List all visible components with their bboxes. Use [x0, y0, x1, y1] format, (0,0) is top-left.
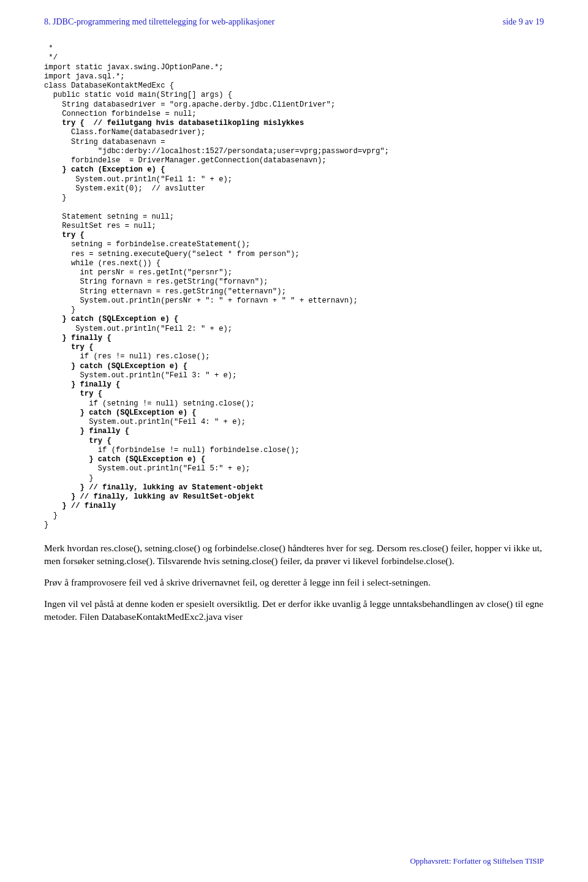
paragraph-1: Merk hvordan res.close(), setning.close(…	[44, 542, 544, 568]
code-block: * */ import static javax.swing.JOptionPa…	[44, 44, 544, 530]
paragraph-2: Prøv å framprovosere feil ved å skrive d…	[44, 576, 544, 589]
header-left: 8. JDBC-programmering med tilretteleggin…	[44, 17, 274, 27]
header-right: side 9 av 19	[503, 17, 544, 27]
paragraph-3: Ingen vil vel påstå at denne koden er sp…	[44, 598, 544, 624]
page-header: 8. JDBC-programmering med tilretteleggin…	[44, 17, 544, 27]
page-footer: Opphavsrett: Forfatter og Stiftelsen TIS…	[410, 856, 544, 866]
